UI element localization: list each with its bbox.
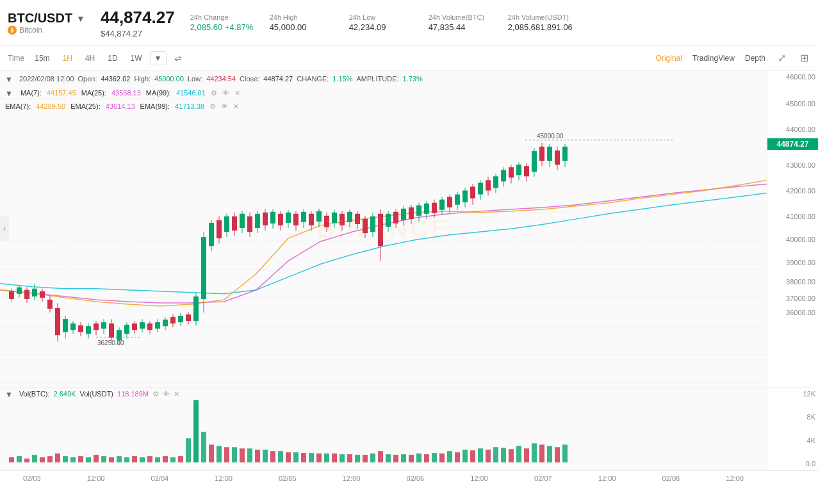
svg-rect-146 bbox=[478, 183, 483, 194]
stat-24h-change: 24h Change 2,085.60 +4.87% bbox=[190, 13, 254, 32]
time-btn-1w[interactable]: 1W bbox=[126, 52, 147, 65]
timeframe-dropdown[interactable]: ▼ bbox=[150, 51, 167, 65]
svg-rect-94 bbox=[278, 214, 283, 225]
time-btn-1d[interactable]: 1D bbox=[102, 52, 122, 65]
date-0206-12: 12:00 bbox=[470, 475, 488, 482]
svg-rect-96 bbox=[286, 213, 291, 223]
stat-label-vol-btc: 24h Volume(BTC) bbox=[429, 13, 493, 21]
svg-rect-164 bbox=[547, 147, 552, 161]
svg-rect-242 bbox=[532, 443, 537, 462]
ema-settings-icon[interactable]: ⚙ bbox=[209, 101, 216, 113]
svg-rect-213 bbox=[309, 453, 314, 462]
svg-rect-225 bbox=[401, 454, 406, 462]
price-label-36000: 36000.00 bbox=[767, 309, 818, 316]
svg-rect-243 bbox=[539, 444, 544, 462]
svg-rect-98 bbox=[293, 214, 299, 225]
pair-info: BTC/USDT ▼ ₿ Bitcoin bbox=[8, 11, 85, 35]
svg-rect-186 bbox=[101, 456, 106, 462]
date-0208-12: 12:00 bbox=[726, 475, 744, 482]
ma-toggle[interactable]: ▼ bbox=[5, 87, 13, 101]
price-label-39000: 39000.00 bbox=[767, 259, 818, 266]
vol-eye-icon[interactable]: 👁 bbox=[163, 390, 170, 399]
svg-rect-176 bbox=[24, 459, 29, 462]
filter-icon[interactable]: ⇌ bbox=[169, 51, 187, 65]
svg-rect-185 bbox=[94, 455, 99, 462]
volume-toggle[interactable]: ▼ bbox=[5, 390, 13, 399]
volume-header: ▼ Vol(BTC): 2.649K Vol(USDT) 118.189M ⚙ … bbox=[5, 390, 179, 399]
price-main: 44,874.27 bbox=[101, 8, 175, 28]
price-label-37000: 37000.00 bbox=[767, 295, 818, 302]
svg-rect-182 bbox=[70, 457, 76, 462]
pair-dropdown-icon[interactable]: ▼ bbox=[76, 13, 85, 24]
view-original[interactable]: Original bbox=[656, 54, 682, 63]
svg-rect-70 bbox=[186, 314, 191, 321]
svg-rect-116 bbox=[363, 219, 368, 233]
ohlc-change: 1.15% bbox=[332, 73, 352, 87]
svg-rect-217 bbox=[339, 454, 345, 462]
svg-rect-202 bbox=[224, 447, 229, 462]
ohlc-open-label: Open: bbox=[78, 73, 97, 87]
vol-btc-value: 2.649K bbox=[54, 390, 76, 399]
view-depth[interactable]: Depth bbox=[745, 54, 765, 63]
vol-close-icon[interactable]: ✕ bbox=[174, 390, 179, 399]
time-btn-15m[interactable]: 15m bbox=[29, 52, 54, 65]
ema-close-icon[interactable]: ✕ bbox=[233, 101, 239, 113]
ema-eye-icon[interactable]: 👁 bbox=[221, 101, 228, 113]
svg-rect-177 bbox=[32, 455, 37, 462]
svg-rect-218 bbox=[347, 454, 352, 462]
ma-line: ▼ MA(7): 44157.45 MA(25): 43558.13 MA(99… bbox=[5, 87, 423, 101]
svg-rect-54 bbox=[124, 325, 129, 334]
ohlc-line: ▼ 2022/02/08 12:00 Open: 44362.02 High: … bbox=[5, 73, 423, 87]
ohlc-change-label: CHANGE: bbox=[297, 73, 329, 87]
ma-close-icon[interactable]: ✕ bbox=[234, 87, 240, 100]
svg-rect-154 bbox=[509, 167, 514, 177]
stat-24h-vol-usdt: 24h Volume(USDT) 2,085,681,891.06 bbox=[508, 13, 573, 32]
ohlc-toggle[interactable]: ▼ bbox=[5, 73, 13, 87]
time-btn-4h[interactable]: 4H bbox=[80, 52, 100, 65]
svg-rect-104 bbox=[316, 211, 322, 222]
ohlc-low-label: Low: bbox=[188, 73, 202, 87]
view-tradingview[interactable]: TradingView bbox=[692, 54, 735, 63]
svg-rect-222 bbox=[378, 451, 383, 462]
sidebar-toggle[interactable]: ‹ bbox=[0, 216, 9, 241]
svg-rect-148 bbox=[486, 180, 491, 190]
coin-name: Bitcoin bbox=[19, 26, 42, 35]
svg-rect-60 bbox=[147, 323, 152, 330]
price-main-item: 44,874.27 $44,874.27 bbox=[101, 8, 175, 38]
svg-rect-162 bbox=[539, 147, 544, 161]
svg-rect-120 bbox=[378, 214, 383, 246]
ema25-label: EMA(25): bbox=[70, 101, 100, 113]
ma-eye-icon[interactable]: 👁 bbox=[222, 87, 229, 100]
svg-rect-200 bbox=[209, 444, 214, 462]
stat-value-low: 42,234.09 bbox=[349, 22, 413, 32]
svg-rect-150 bbox=[493, 176, 498, 188]
svg-rect-168 bbox=[562, 147, 568, 161]
svg-rect-184 bbox=[86, 457, 91, 462]
right-toolbar: Original TradingView Depth ⤢ ⊞ bbox=[656, 50, 810, 66]
time-label: Time bbox=[8, 54, 24, 63]
layout-icon[interactable]: ⊞ bbox=[798, 50, 810, 66]
time-btn-1h[interactable]: 1H bbox=[58, 52, 78, 65]
svg-rect-178 bbox=[40, 457, 45, 462]
svg-rect-76 bbox=[209, 223, 214, 246]
svg-rect-88 bbox=[255, 214, 260, 228]
vol-axis-0: 0.0 bbox=[770, 460, 815, 467]
vol-axis-4k: 4K bbox=[770, 437, 815, 444]
ma99-value: 41546.01 bbox=[176, 87, 206, 100]
svg-rect-130 bbox=[416, 206, 421, 216]
svg-rect-64 bbox=[163, 320, 168, 326]
svg-rect-187 bbox=[109, 457, 114, 462]
ohlc-high: 45000.00 bbox=[154, 73, 184, 87]
vol-settings-icon[interactable]: ⚙ bbox=[152, 390, 159, 399]
ma-settings-icon[interactable]: ⚙ bbox=[211, 87, 217, 100]
svg-rect-198 bbox=[193, 400, 199, 462]
vol-btc-label: Vol(BTC): bbox=[19, 390, 50, 399]
stat-value-vol-btc: 47,835.44 bbox=[429, 22, 493, 32]
pair-title: BTC/USDT ▼ bbox=[8, 11, 85, 26]
expand-icon[interactable]: ⤢ bbox=[776, 50, 788, 66]
svg-rect-74 bbox=[201, 237, 206, 299]
stat-24h-low: 24h Low 42,234.09 bbox=[349, 13, 413, 32]
chart-left: ▼ 2022/02/08 12:00 Open: 44362.02 High: … bbox=[0, 70, 767, 387]
svg-rect-195 bbox=[170, 457, 176, 462]
pair-symbol: BTC/USDT bbox=[8, 11, 72, 26]
